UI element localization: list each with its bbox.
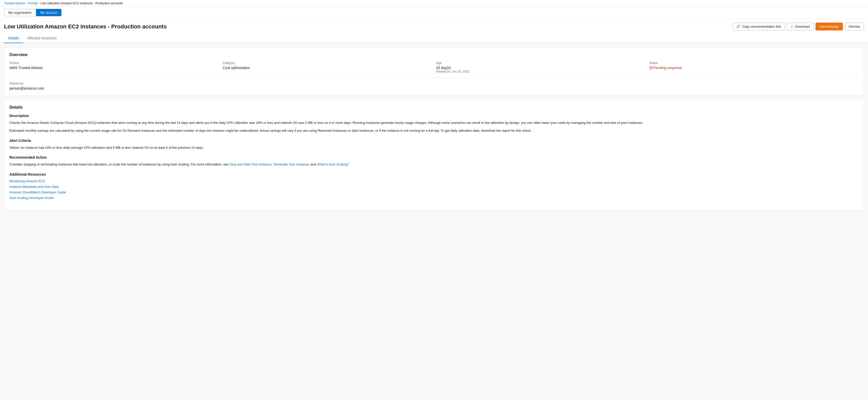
description-section: Description Checks the Amazon Elastic Co…: [9, 114, 859, 133]
tabs: Details Affected resources: [0, 33, 868, 43]
page-header: Low Utilization Amazon EC2 Instances - P…: [0, 19, 868, 33]
overview-category-label: Category: [223, 61, 432, 65]
breadcrumb-chevron-2: ›: [38, 2, 40, 5]
stop-start-link[interactable]: Stop and Start Your Instance: [229, 162, 272, 166]
my-organization-button[interactable]: My organization: [4, 9, 36, 16]
breadcrumb-chevron-1: ›: [26, 2, 27, 5]
copy-recommendation-link-button[interactable]: 🔗 Copy recommendation link: [733, 23, 785, 30]
recommended-action-text-before: Consider stopping or terminating instanc…: [9, 162, 229, 166]
status-pending-icon: [649, 66, 653, 69]
status-badge: Pending response: [649, 66, 859, 70]
overview-shared-by-value: person@amazon.com: [9, 86, 219, 90]
additional-resource-link[interactable]: Amazon CloudWatch Developer Guide: [9, 190, 66, 194]
status-pending-text: Pending response: [654, 66, 682, 70]
description-p2: Estimated monthly savings are calculated…: [9, 128, 859, 133]
additional-resources-section: Additional Resources Monitoring Amazon E…: [9, 172, 859, 200]
download-button[interactable]: ⇓ Download: [787, 23, 813, 30]
page-title: Low Utilization Amazon EC2 Instances - P…: [4, 23, 167, 30]
overview-card: Overview Source AWS Trusted Advisor Cate…: [4, 47, 864, 96]
overview-age: Age 33 day(s) Shared on: Jun 20, 2023: [436, 61, 645, 73]
content: Overview Source AWS Trusted Advisor Cate…: [0, 43, 868, 214]
details-title: Details: [9, 105, 859, 110]
alert-criteria-section: Alert Criteria Yellow: An instance had 1…: [9, 139, 859, 151]
overview-grid-row2: Shared by person@amazon.com: [9, 78, 859, 90]
recommended-action-title: Recommended Action: [9, 155, 859, 159]
my-account-button[interactable]: My account: [36, 9, 61, 16]
auto-scaling-link[interactable]: What is Auto Scaling?: [317, 162, 349, 166]
header-actions: 🔗 Copy recommendation link ⇓ Download Ac…: [733, 23, 864, 30]
dismiss-button[interactable]: Dismiss: [845, 23, 864, 30]
download-icon: ⇓: [790, 25, 794, 28]
overview-grid: Source AWS Trusted Advisor Category Cost…: [9, 61, 859, 73]
recommended-action-section: Recommended Action Consider stopping or …: [9, 155, 859, 167]
additional-resource-link[interactable]: Instance Metadata and User Data: [9, 185, 59, 189]
details-card: Details Description Checks the Amazon El…: [4, 100, 864, 210]
account-switcher: My organization My account: [0, 7, 868, 19]
recommended-action-text-between1: ,: [272, 162, 273, 166]
copy-icon: 🔗: [736, 25, 740, 28]
overview-source: Source AWS Trusted Advisor: [9, 61, 219, 73]
additional-resource-link[interactable]: Monitoring Amazon EC2: [9, 179, 45, 183]
description-title: Description: [9, 114, 859, 118]
breadcrumb-current: Low Utilization Amazon EC2 Instances - P…: [41, 2, 123, 5]
recommended-action-text: Consider stopping or terminating instanc…: [9, 162, 859, 167]
overview-age-shared: Shared on: Jun 20, 2023: [436, 70, 645, 73]
overview-category: Category Cost optimization: [223, 61, 432, 73]
additional-resources-title: Additional Resources: [9, 172, 859, 176]
overview-shared-by: Shared by person@amazon.com: [9, 82, 219, 90]
list-item: Instance Metadata and User Data: [9, 185, 859, 189]
list-item: Auto Scaling Developer Guide: [9, 196, 859, 200]
overview-shared-by-label: Shared by: [9, 82, 219, 85]
tab-details[interactable]: Details: [4, 33, 23, 43]
overview-age-value: 33 day(s): [436, 66, 645, 70]
alert-criteria-text: Yellow: An instance had 10% or less dail…: [9, 145, 859, 151]
list-item: Monitoring Amazon EC2: [9, 179, 859, 183]
overview-age-label: Age: [436, 61, 645, 65]
alert-criteria-title: Alert Criteria: [9, 139, 859, 143]
recommended-action-text-between2: , and: [309, 162, 317, 166]
overview-source-label: Source: [9, 61, 219, 65]
breadcrumb: Trusted Advisor › Priority › Low Utiliza…: [0, 0, 868, 7]
list-item: Amazon CloudWatch Developer Guide: [9, 190, 859, 194]
overview-category-value: Cost optimization: [223, 66, 432, 70]
overview-source-value: AWS Trusted Advisor: [9, 66, 219, 70]
overview-status-label: Status: [649, 61, 859, 65]
overview-title: Overview: [9, 53, 859, 57]
terminate-link[interactable]: Terminate Your Instance: [273, 162, 309, 166]
breadcrumb-priority[interactable]: Priority: [28, 2, 37, 5]
overview-status: Status Pending response: [649, 61, 859, 73]
additional-resource-link[interactable]: Auto Scaling Developer Guide: [9, 196, 54, 200]
breadcrumb-trusted-advisor[interactable]: Trusted Advisor: [4, 2, 25, 5]
tab-affected-resources[interactable]: Affected resources: [23, 33, 61, 43]
acknowledge-button[interactable]: Acknowledge: [815, 23, 843, 30]
additional-resources-list: Monitoring Amazon EC2Instance Metadata a…: [9, 179, 859, 200]
description-p1: Checks the Amazon Elastic Compute Cloud …: [9, 120, 859, 126]
